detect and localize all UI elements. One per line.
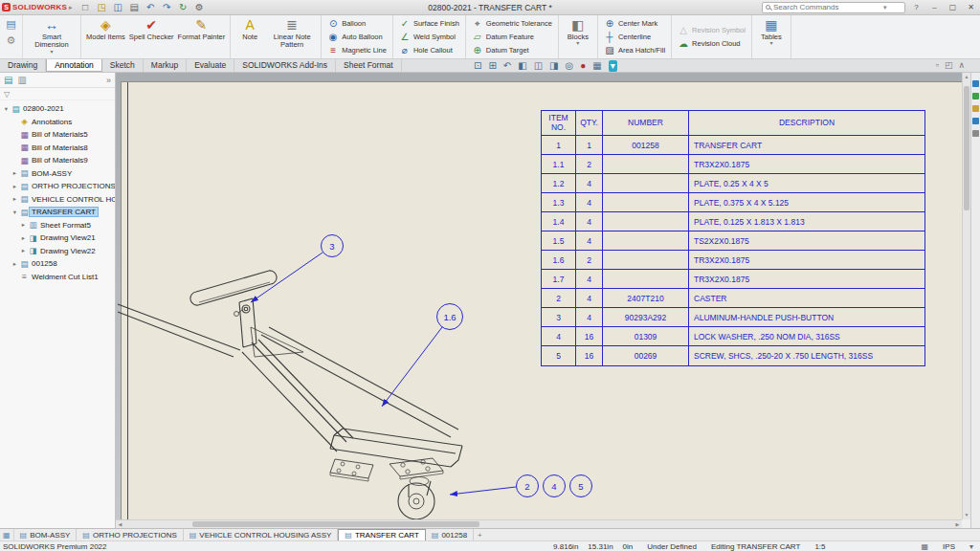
- zoom-fit-icon[interactable]: ⊡: [474, 60, 481, 72]
- horizontal-scroll-thumb[interactable]: [192, 521, 479, 527]
- revision-symbol-button[interactable]: △Revision Symbol: [675, 24, 748, 36]
- tree-item-ortho-projections[interactable]: ▸▤ORTHO PROJECTIONS: [0, 180, 115, 193]
- gear-button[interactable]: ⚙: [5, 34, 17, 47]
- tree-item-drawing-view22[interactable]: ▸◨Drawing View22: [0, 245, 115, 258]
- tree-item-sheet-format5[interactable]: ▸▥Sheet Format5: [0, 219, 115, 232]
- bom-cell[interactable]: 4: [542, 327, 576, 346]
- view-palette-icon[interactable]: [972, 118, 979, 124]
- units-selector[interactable]: IPS: [943, 542, 955, 551]
- bom-cell[interactable]: TRANSFER CART: [689, 136, 924, 155]
- scroll-right-icon[interactable]: ▶: [953, 520, 962, 528]
- scroll-down-icon[interactable]: ▼: [963, 511, 970, 519]
- surface-finish-button[interactable]: ✓Surface Finish: [396, 17, 462, 30]
- tree-item-bill-of-materials5[interactable]: ▦Bill of Materials5: [0, 128, 115, 142]
- vertical-scrollbar[interactable]: ▲ ▼: [962, 73, 970, 519]
- linear-note-pattern-button[interactable]: ≣Linear Note Pattern: [266, 16, 318, 57]
- tab-drawing[interactable]: Drawing: [0, 59, 46, 72]
- tree-item-001258[interactable]: ▸▤001258: [0, 257, 115, 271]
- print-button[interactable]: ▤: [128, 1, 141, 13]
- format-painter-button[interactable]: ✎Format Painter: [176, 16, 228, 57]
- tree-expander-icon[interactable]: ▸: [19, 234, 28, 242]
- tab-evaluate[interactable]: Evaluate: [187, 59, 234, 72]
- bom-cell[interactable]: PLATE, 0.125 X 1.813 X 1.813: [689, 212, 924, 231]
- bom-cell[interactable]: LOCK WASHER, .250 NOM DIA, 316SS: [689, 327, 924, 346]
- bom-cell[interactable]: 5: [542, 346, 576, 365]
- units-dropdown-icon[interactable]: ▾: [969, 542, 973, 551]
- tab-sketch[interactable]: Sketch: [102, 59, 144, 72]
- bom-cell[interactable]: PLATE, 0.375 X 4 X 5.125: [689, 193, 924, 212]
- horizontal-scrollbar[interactable]: ◀ ▶: [116, 519, 962, 528]
- graphics-area[interactable]: ITEM NO.QTY.NUMBERDESCRIPTION11001258TRA…: [116, 73, 962, 528]
- options-button[interactable]: ⚙: [193, 1, 206, 13]
- maximize-button[interactable]: ▢: [946, 1, 960, 13]
- edit-appearance-icon[interactable]: ●: [580, 60, 586, 72]
- command-search[interactable]: ▾: [762, 2, 905, 13]
- sheet-list-icon[interactable]: ▦: [0, 529, 14, 540]
- sheet-tab-transfer-cart[interactable]: ▤TRANSFER CART: [338, 529, 426, 540]
- bom-cell[interactable]: 00269: [603, 346, 689, 365]
- hole-callout-button[interactable]: ⌀Hole Callout: [396, 44, 462, 56]
- bom-cell[interactable]: 2: [542, 289, 576, 308]
- scene-icon[interactable]: ▦: [592, 60, 601, 72]
- display-style-icon[interactable]: ◨: [549, 60, 558, 72]
- bom-cell[interactable]: 4: [576, 289, 603, 308]
- redo-button[interactable]: ↷: [161, 1, 173, 13]
- hide-show-items-icon[interactable]: ◎: [566, 60, 574, 72]
- auto-balloon-button[interactable]: ◉Auto Balloon: [324, 31, 390, 43]
- tree-expander-icon[interactable]: ▾: [11, 209, 19, 216]
- tab-sheet-format[interactable]: Sheet Format: [336, 59, 402, 72]
- previous-view-icon[interactable]: ↶: [503, 60, 511, 72]
- bom-cell[interactable]: 2: [576, 155, 603, 174]
- datum-target-button[interactable]: ⊕Datum Target: [469, 44, 555, 56]
- tree-expander-icon[interactable]: ▸: [19, 221, 28, 229]
- open-button[interactable]: ◳: [96, 1, 108, 13]
- bom-cell[interactable]: TR3X2X0.1875: [689, 270, 924, 289]
- sheet-tab-bom-assy[interactable]: ▤BOM-ASSY: [14, 529, 78, 540]
- center-mark-button[interactable]: ⊕Center Mark: [601, 17, 668, 30]
- bom-cell[interactable]: 4: [576, 270, 603, 289]
- scroll-up-icon[interactable]: ▲: [963, 73, 970, 81]
- geometric-tolerance-button[interactable]: ⌖Geometric Tolerance: [469, 17, 555, 30]
- bom-cell[interactable]: 001258: [603, 136, 689, 155]
- doc-button[interactable]: ▤: [5, 18, 17, 31]
- menu-expand-icon[interactable]: ▸: [69, 4, 73, 11]
- model-items-button[interactable]: ◈Model Items: [84, 16, 127, 57]
- balloon-5[interactable]: 5: [569, 474, 592, 497]
- blocks-button[interactable]: ◧Blocks▾: [562, 16, 594, 57]
- view-settings-icon[interactable]: ▾: [609, 60, 617, 72]
- scroll-left-icon[interactable]: ◀: [116, 520, 124, 528]
- bom-cell[interactable]: 16: [576, 327, 603, 346]
- panel-expand-icon[interactable]: »: [106, 76, 111, 85]
- bom-cell[interactable]: 1.1: [542, 155, 576, 174]
- tree-item-transfer-cart[interactable]: ▾▤TRANSFER CART: [0, 206, 115, 219]
- options-small-icon[interactable]: ▫: [936, 60, 939, 70]
- design-library-icon[interactable]: [972, 93, 979, 99]
- revision-cloud-button[interactable]: ☁Revision Cloud: [675, 37, 748, 50]
- balloon-1.6[interactable]: 1.6: [436, 303, 463, 330]
- tree-expander-icon[interactable]: ▸: [11, 169, 19, 177]
- bom-cell[interactable]: 4: [576, 231, 603, 251]
- tab-solidworks-add-ins[interactable]: SOLIDWORKS Add-Ins: [234, 59, 336, 72]
- bom-cell[interactable]: [603, 174, 689, 193]
- save-button[interactable]: ◫: [112, 1, 124, 13]
- balloon-button[interactable]: ⊙Balloon: [324, 17, 390, 30]
- bom-cell[interactable]: PLATE, 0.25 X 4 X 5: [689, 174, 924, 193]
- bom-cell[interactable]: 3: [542, 308, 576, 327]
- bom-cell[interactable]: 1.5: [542, 231, 576, 251]
- zoom-area-icon[interactable]: ⊞: [488, 60, 496, 72]
- tree-item-bom-assy[interactable]: ▸▤BOM-ASSY: [0, 167, 115, 181]
- bom-cell[interactable]: TR3X2X0.1875: [689, 251, 924, 270]
- bom-cell[interactable]: TR3X2X0.1875: [689, 155, 924, 174]
- magnetic-line-button[interactable]: ≡Magnetic Line: [324, 44, 390, 56]
- minimize-button[interactable]: –: [927, 1, 942, 13]
- file-explorer-icon[interactable]: [972, 105, 979, 112]
- bom-cell[interactable]: [603, 155, 689, 174]
- tree-expander-icon[interactable]: ▸: [11, 183, 19, 190]
- centerline-button[interactable]: ┼Centerline: [601, 31, 668, 43]
- collapse-icon[interactable]: ∧: [958, 60, 965, 70]
- bom-cell[interactable]: 1.2: [542, 174, 576, 193]
- note-button[interactable]: ANote: [234, 16, 266, 57]
- filter-icon[interactable]: ▽: [4, 90, 10, 99]
- dropdown-arrow-icon[interactable]: ▾: [769, 41, 772, 46]
- search-input[interactable]: [773, 3, 880, 11]
